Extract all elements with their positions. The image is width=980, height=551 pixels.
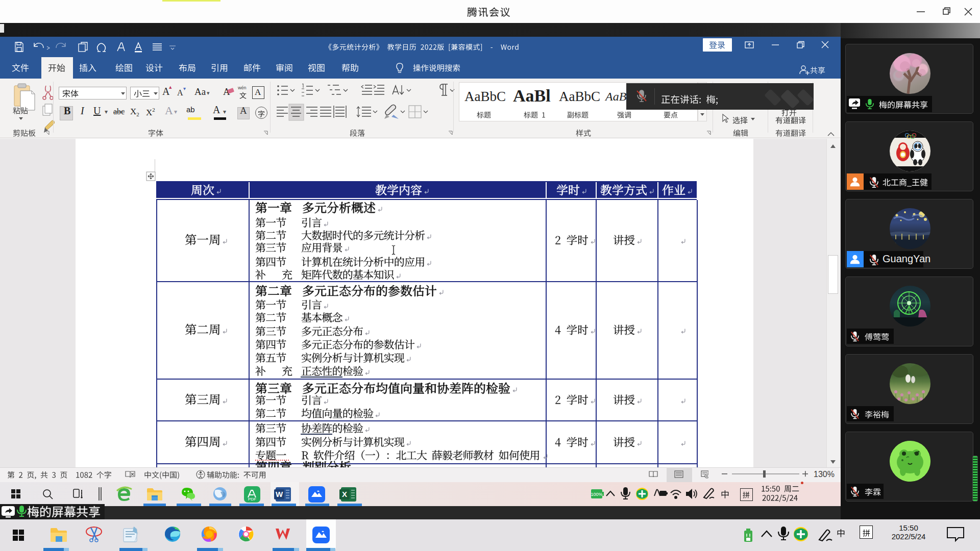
svg-text:PDF: PDF bbox=[248, 497, 256, 502]
svg-text:100%: 100% bbox=[591, 492, 602, 497]
svg-text:X: X bbox=[342, 490, 347, 498]
svg-text:W: W bbox=[276, 490, 283, 498]
